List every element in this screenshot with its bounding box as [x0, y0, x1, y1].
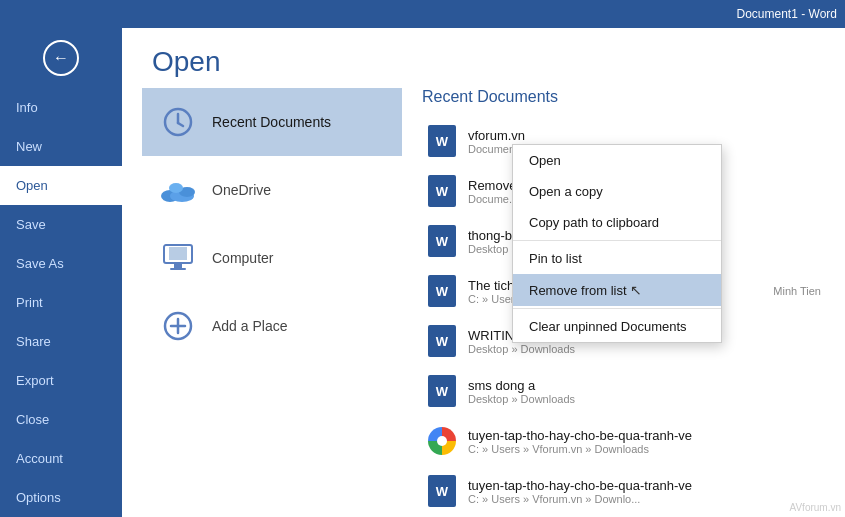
- content-area: Open Recent Documents: [122, 28, 845, 517]
- doc-name-8: tuyen-tap-tho-hay-cho-be-qua-tranh-ve: [468, 478, 821, 493]
- doc-path-7: C: » Users » Vforum.vn » Downloads: [468, 443, 821, 455]
- sidebar: ← Info New Open Save Save As Print Share…: [0, 28, 122, 517]
- onedrive-icon: [158, 170, 198, 210]
- context-menu-clear[interactable]: Clear unpinned Documents: [513, 311, 721, 342]
- location-recent-label: Recent Documents: [212, 114, 331, 130]
- locations-panel: Recent Documents OneDrive: [122, 88, 402, 517]
- context-menu: Open Open a copy Copy path to clipboard …: [512, 144, 722, 343]
- back-button[interactable]: ←: [0, 28, 122, 88]
- back-icon: ←: [43, 40, 79, 76]
- doc-name-7: tuyen-tap-tho-hay-cho-be-qua-tranh-ve: [468, 428, 821, 443]
- doc-name-1: vforum.vn: [468, 128, 821, 143]
- computer-icon: [158, 238, 198, 278]
- doc-info-6: sms dong a Desktop » Downloads: [468, 378, 821, 405]
- sidebar-item-print[interactable]: Print: [0, 283, 122, 322]
- doc-path-8: C: » Users » Vforum.vn » Downlo...: [468, 493, 821, 505]
- doc-name-6: sms dong a: [468, 378, 821, 393]
- location-add-place[interactable]: Add a Place: [142, 292, 402, 360]
- doc-icon-5: W: [426, 323, 458, 359]
- doc-icon-1: W: [426, 123, 458, 159]
- doc-item-6[interactable]: W sms dong a Desktop » Downloads: [422, 366, 825, 416]
- doc-icon-8: W: [426, 473, 458, 509]
- doc-icon-3: W: [426, 223, 458, 259]
- location-computer-label: Computer: [212, 250, 273, 266]
- location-onedrive-label: OneDrive: [212, 182, 271, 198]
- context-menu-divider-2: [513, 308, 721, 309]
- doc-icon-2: W: [426, 173, 458, 209]
- doc-path-5: Desktop » Downloads: [468, 343, 821, 355]
- doc-path-6: Desktop » Downloads: [468, 393, 821, 405]
- recent-panel: Recent Documents W vforum.vn Document...…: [402, 88, 845, 517]
- doc-extra-4: Minh Tien: [773, 285, 821, 297]
- doc-icon-7: [426, 423, 458, 459]
- doc-info-7: tuyen-tap-tho-hay-cho-be-qua-tranh-ve C:…: [468, 428, 821, 455]
- sidebar-item-share[interactable]: Share: [0, 322, 122, 361]
- context-menu-divider-1: [513, 240, 721, 241]
- window-title: Document1 - Word: [737, 7, 837, 21]
- location-computer[interactable]: Computer: [142, 224, 402, 292]
- open-content: Recent Documents OneDrive: [122, 88, 845, 517]
- sidebar-item-account[interactable]: Account: [0, 439, 122, 478]
- doc-icon-6: W: [426, 373, 458, 409]
- sidebar-item-save[interactable]: Save: [0, 205, 122, 244]
- location-recent[interactable]: Recent Documents: [142, 88, 402, 156]
- svg-point-6: [169, 183, 183, 193]
- svg-line-2: [178, 123, 183, 126]
- watermark: AVforum.vn: [790, 502, 842, 513]
- context-menu-open[interactable]: Open: [513, 145, 721, 176]
- sidebar-item-close[interactable]: Close: [0, 400, 122, 439]
- sidebar-item-info[interactable]: Info: [0, 88, 122, 127]
- sidebar-item-export[interactable]: Export: [0, 361, 122, 400]
- svg-rect-10: [170, 268, 186, 270]
- sidebar-bottom: Account Options: [0, 439, 122, 517]
- doc-icon-4: W: [426, 273, 458, 309]
- svg-rect-8: [169, 247, 187, 260]
- location-add-place-label: Add a Place: [212, 318, 288, 334]
- context-menu-pin[interactable]: Pin to list: [513, 243, 721, 274]
- cursor-indicator: ↖: [630, 282, 642, 298]
- doc-item-1[interactable]: W vforum.vn Document... Open Open a copy…: [422, 116, 825, 166]
- sidebar-item-save-as[interactable]: Save As: [0, 244, 122, 283]
- recent-title: Recent Documents: [422, 88, 825, 106]
- doc-item-7[interactable]: tuyen-tap-tho-hay-cho-be-qua-tranh-ve C:…: [422, 416, 825, 466]
- sidebar-item-open[interactable]: Open: [0, 166, 122, 205]
- doc-item-8[interactable]: W tuyen-tap-tho-hay-cho-be-qua-tranh-ve …: [422, 466, 825, 516]
- location-onedrive[interactable]: OneDrive: [142, 156, 402, 224]
- sidebar-nav: Info New Open Save Save As Print Share E…: [0, 88, 122, 439]
- page-title: Open: [122, 28, 845, 88]
- context-menu-open-copy[interactable]: Open a copy: [513, 176, 721, 207]
- sidebar-item-new[interactable]: New: [0, 127, 122, 166]
- context-menu-remove[interactable]: Remove from list ↖: [513, 274, 721, 306]
- sidebar-item-options[interactable]: Options: [0, 478, 122, 517]
- svg-rect-9: [174, 264, 182, 268]
- recent-icon: [158, 102, 198, 142]
- add-place-icon: [158, 306, 198, 346]
- doc-info-8: tuyen-tap-tho-hay-cho-be-qua-tranh-ve C:…: [468, 478, 821, 505]
- context-menu-copy-path[interactable]: Copy path to clipboard: [513, 207, 721, 238]
